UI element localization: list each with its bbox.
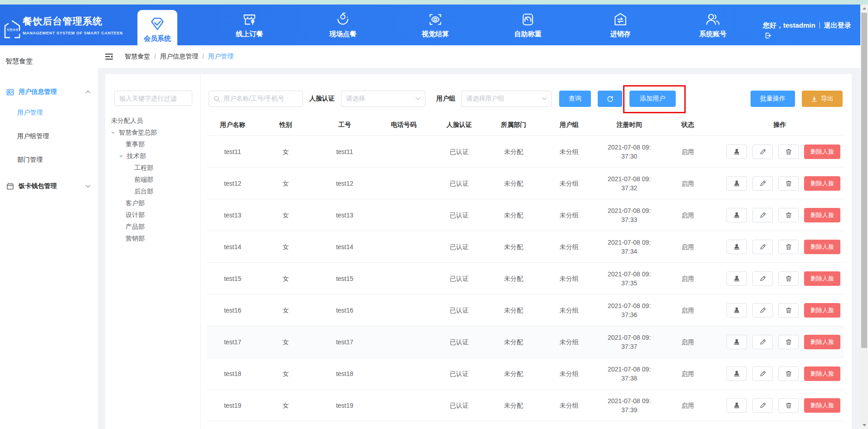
user-detail-button[interactable] bbox=[727, 303, 747, 318]
cell-register-time: 2021-07-08 09: 37:34 bbox=[599, 231, 660, 262]
tree-expand-arrow-icon[interactable] bbox=[119, 155, 123, 158]
sidebar-fold-icon[interactable] bbox=[104, 52, 114, 61]
trash-icon bbox=[785, 338, 792, 346]
page-scrollbar[interactable] bbox=[860, 5, 868, 429]
tree-node[interactable]: 智慧食堂总部 bbox=[105, 127, 200, 139]
user-group-select[interactable]: 请选择用户组 bbox=[461, 91, 552, 107]
cell-gender: 女 bbox=[258, 231, 313, 262]
user-detail-button[interactable] bbox=[727, 240, 747, 254]
tree-filter-input[interactable] bbox=[114, 91, 192, 106]
tree-node[interactable]: 技术部 bbox=[105, 150, 200, 162]
batch-operation-button[interactable]: 批量操作 bbox=[751, 91, 795, 107]
nav-tab-label: 会员系统 bbox=[144, 34, 171, 43]
refresh-button[interactable] bbox=[598, 91, 622, 107]
tree-node[interactable]: 未分配人员 bbox=[105, 115, 200, 127]
delete-user-button[interactable] bbox=[778, 398, 799, 413]
sidebar-group-meal-card-wallet[interactable]: 饭卡钱包管理 bbox=[0, 177, 98, 195]
delete-face-button[interactable]: 删除人脸 bbox=[804, 398, 840, 413]
delete-user-button[interactable] bbox=[778, 240, 799, 254]
user-search-input[interactable]: 用户名称/工号/手机号 bbox=[209, 91, 303, 107]
person-icon bbox=[733, 370, 741, 377]
export-button[interactable]: 导出 bbox=[802, 91, 843, 107]
user-detail-button[interactable] bbox=[727, 335, 747, 349]
nav-tab-onsite-order[interactable]: 现场点餐 bbox=[319, 5, 366, 45]
table-row[interactable]: test12 女 test12 已认证 未分配 未分组 2021-07-08 0… bbox=[207, 168, 844, 199]
edit-user-button[interactable] bbox=[752, 176, 773, 191]
scrollbar-down-arrow-icon[interactable] bbox=[860, 421, 868, 429]
query-button[interactable]: 查询 bbox=[559, 91, 591, 107]
tree-node[interactable]: 前端部 bbox=[105, 174, 200, 186]
table-row[interactable]: test17 女 test17 已认证 未分配 未分组 2021-07-08 0… bbox=[207, 326, 844, 358]
delete-face-button[interactable]: 删除人脸 bbox=[804, 145, 840, 159]
nav-tab-vision-checkout[interactable]: 视觉结算 bbox=[412, 5, 459, 45]
user-detail-button[interactable] bbox=[727, 398, 747, 413]
breadcrumb-item[interactable]: 用户信息管理 bbox=[160, 53, 198, 61]
tree-node[interactable]: 客户部 bbox=[105, 198, 200, 209]
delete-user-button[interactable] bbox=[778, 208, 799, 222]
tree-node[interactable]: 营销部 bbox=[105, 233, 200, 245]
table-row[interactable]: test16 女 test16 已认证 未分配 未分组 2021-07-08 0… bbox=[207, 294, 844, 326]
user-detail-button[interactable] bbox=[727, 208, 747, 222]
cell-face-auth: 已认证 bbox=[431, 390, 488, 421]
delete-user-button[interactable] bbox=[778, 176, 799, 191]
scrollbar-thumb[interactable] bbox=[861, 13, 867, 348]
edit-pen-icon bbox=[759, 180, 766, 187]
scrollbar-up-arrow-icon[interactable] bbox=[860, 5, 868, 12]
delete-face-button[interactable]: 删除人脸 bbox=[804, 208, 840, 222]
user-detail-button[interactable] bbox=[727, 176, 747, 191]
table-row[interactable]: test15 女 test15 已认证 未分配 未分组 2021-07-08 0… bbox=[207, 263, 844, 294]
delete-user-button[interactable] bbox=[778, 145, 799, 159]
tree-node[interactable]: 工程部 bbox=[105, 162, 200, 174]
logout-link[interactable]: 退出登录 bbox=[824, 21, 851, 29]
table-row[interactable]: test11 女 test11 已认证 未分配 未分组 2021-07-08 0… bbox=[207, 136, 844, 168]
edit-user-button[interactable] bbox=[752, 240, 773, 254]
delete-user-button[interactable] bbox=[778, 303, 799, 318]
tree-node[interactable]: 产品部 bbox=[105, 221, 200, 233]
delete-user-button[interactable] bbox=[778, 335, 799, 349]
nav-tab-member-system[interactable]: 会员系统 bbox=[137, 10, 177, 49]
delete-face-button[interactable]: 删除人脸 bbox=[804, 271, 840, 286]
face-auth-select[interactable]: 请选择 bbox=[341, 91, 425, 107]
nav-tab-label: 视觉结算 bbox=[422, 30, 449, 39]
user-detail-button[interactable] bbox=[727, 271, 747, 286]
edit-user-button[interactable] bbox=[752, 366, 773, 381]
cell-phone bbox=[376, 326, 431, 357]
edit-user-button[interactable] bbox=[752, 398, 773, 413]
user-detail-button[interactable] bbox=[727, 366, 747, 381]
sidebar-item-department-management[interactable]: 部门管理 bbox=[0, 148, 98, 172]
sidebar-group-user-info[interactable]: 用户信息管理 bbox=[0, 83, 98, 101]
delete-face-button[interactable]: 删除人脸 bbox=[804, 176, 840, 191]
tree-node[interactable]: 后台部 bbox=[105, 186, 200, 198]
delete-user-button[interactable] bbox=[778, 271, 799, 286]
tree-node[interactable]: 董事部 bbox=[105, 139, 200, 150]
table-row[interactable]: test18 女 test18 已认证 未分配 未分组 2021-07-08 0… bbox=[207, 358, 844, 390]
delete-user-button[interactable] bbox=[778, 366, 799, 381]
nav-tab-system-account[interactable]: 系统账号 bbox=[689, 5, 736, 45]
table-row[interactable]: test19 女 test19 已认证 未分配 未分组 2021-07-08 0… bbox=[207, 390, 844, 421]
add-user-button[interactable]: 添加用户 bbox=[629, 91, 676, 107]
nav-tab-inventory[interactable]: 进销存 bbox=[597, 5, 644, 45]
user-detail-button[interactable] bbox=[727, 145, 747, 159]
delete-face-button[interactable]: 删除人脸 bbox=[804, 366, 840, 381]
tree-expand-arrow-icon[interactable] bbox=[111, 132, 115, 134]
logout-icon[interactable] bbox=[765, 32, 771, 39]
edit-user-button[interactable] bbox=[752, 271, 773, 286]
table-row[interactable]: test14 女 test14 已认证 未分配 未分组 2021-07-08 0… bbox=[207, 231, 844, 263]
edit-user-button[interactable] bbox=[752, 208, 773, 222]
edit-user-button[interactable] bbox=[752, 335, 773, 349]
person-icon bbox=[733, 148, 741, 155]
cell-phone bbox=[376, 168, 431, 199]
delete-face-button[interactable]: 删除人脸 bbox=[804, 335, 840, 349]
edit-user-button[interactable] bbox=[752, 145, 773, 159]
sidebar-item-user-group-management[interactable]: 用户组管理 bbox=[0, 125, 98, 148]
nav-tab-online-order[interactable]: 线上订餐 bbox=[226, 5, 273, 45]
delete-face-button[interactable]: 删除人脸 bbox=[804, 240, 840, 254]
nav-tab-self-weigh[interactable]: 自助称重 bbox=[504, 5, 551, 45]
delete-face-button[interactable]: 删除人脸 bbox=[804, 303, 840, 318]
breadcrumb-item[interactable]: 智慧食堂 bbox=[125, 53, 150, 61]
edit-user-button[interactable] bbox=[752, 303, 773, 318]
table-row[interactable]: test13 女 test13 已认证 未分配 未分组 2021-07-08 0… bbox=[207, 199, 844, 231]
cell-status: 启用 bbox=[660, 263, 716, 294]
tree-node[interactable]: 设计部 bbox=[105, 209, 200, 221]
sidebar-item-user-management[interactable]: 用户管理 bbox=[0, 101, 98, 125]
